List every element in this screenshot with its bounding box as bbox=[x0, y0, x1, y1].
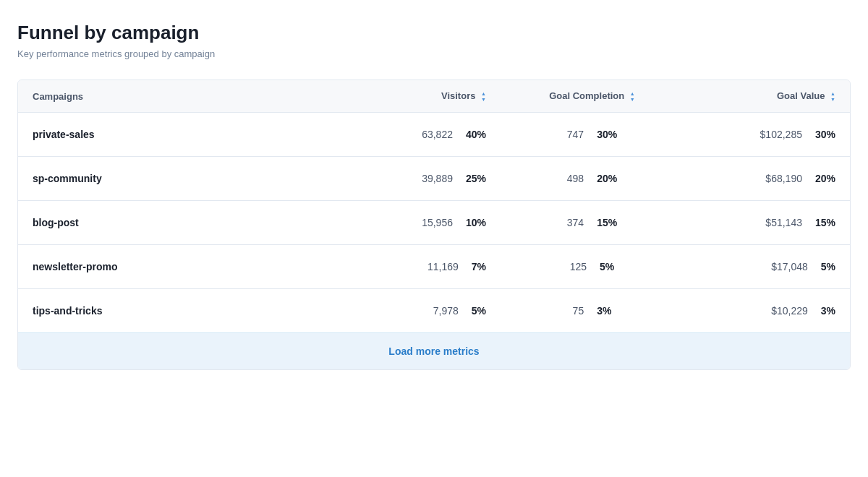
table-body: private-sales 63,822 40% 747 30% $102,28… bbox=[18, 113, 850, 333]
table-row: private-sales 63,822 40% 747 30% $102,28… bbox=[18, 113, 850, 157]
sort-icon-goal-value bbox=[830, 91, 835, 102]
table-header-row: Campaigns Visitors Goal Completion Goal … bbox=[18, 80, 850, 113]
goal-percent: 5% bbox=[600, 261, 614, 272]
col-header-goal-completion[interactable]: Goal Completion bbox=[501, 80, 684, 113]
goal-value-cell: $68,190 20% bbox=[684, 157, 850, 201]
visitors-cell: 15,956 10% bbox=[334, 201, 501, 245]
goal-count: 374 bbox=[567, 217, 584, 228]
funnel-table: Campaigns Visitors Goal Completion Goal … bbox=[18, 80, 850, 369]
visitors-count: 39,889 bbox=[422, 173, 453, 184]
funnel-table-container: Campaigns Visitors Goal Completion Goal … bbox=[17, 80, 851, 370]
campaign-name: blog-post bbox=[33, 217, 79, 228]
visitors-percent: 25% bbox=[466, 173, 486, 184]
table-row: newsletter-promo 11,169 7% 125 5% $17,04… bbox=[18, 245, 850, 289]
goal-value-amount: $51,143 bbox=[765, 217, 802, 228]
campaign-name: sp-community bbox=[33, 173, 102, 184]
goal-value-amount: $10,229 bbox=[771, 305, 808, 317]
col-header-visitors[interactable]: Visitors bbox=[334, 80, 501, 113]
goal-count: 747 bbox=[567, 129, 584, 140]
goal-value-amount: $17,048 bbox=[771, 261, 808, 272]
campaign-name: private-sales bbox=[33, 129, 95, 140]
campaign-name: newsletter-promo bbox=[33, 261, 117, 272]
visitors-percent: 10% bbox=[466, 217, 486, 228]
visitors-cell: 7,978 5% bbox=[334, 289, 501, 333]
table-row: tips-and-tricks 7,978 5% 75 3% $10,229 3… bbox=[18, 289, 850, 333]
goal-count: 125 bbox=[570, 261, 587, 272]
goal-value-cell: $102,285 30% bbox=[684, 113, 850, 157]
page-title: Funnel by campaign bbox=[17, 22, 851, 44]
campaign-name-cell: newsletter-promo bbox=[18, 245, 334, 289]
goal-count: 498 bbox=[567, 173, 584, 184]
goal-percent: 20% bbox=[597, 173, 617, 184]
col-header-campaigns: Campaigns bbox=[18, 80, 334, 113]
visitors-count: 63,822 bbox=[422, 129, 453, 140]
sort-icon-visitors bbox=[481, 91, 486, 102]
goal-completion-cell: 125 5% bbox=[501, 245, 684, 289]
goal-value-cell: $17,048 5% bbox=[684, 245, 850, 289]
goal-percent: 15% bbox=[597, 217, 617, 228]
table-row: sp-community 39,889 25% 498 20% $68,190 … bbox=[18, 157, 850, 201]
goal-value-cell: $51,143 15% bbox=[684, 201, 850, 245]
campaign-name-cell: blog-post bbox=[18, 201, 334, 245]
goal-percent: 3% bbox=[597, 305, 611, 317]
sort-icon-goal-completion bbox=[630, 91, 635, 102]
goal-count: 75 bbox=[573, 305, 584, 317]
load-more-button[interactable]: Load more metrics bbox=[388, 345, 479, 357]
goal-value-percent: 30% bbox=[815, 129, 835, 140]
table-row: blog-post 15,956 10% 374 15% $51,143 15% bbox=[18, 201, 850, 245]
goal-value-percent: 5% bbox=[821, 261, 835, 272]
visitors-cell: 63,822 40% bbox=[334, 113, 501, 157]
campaign-name-cell: sp-community bbox=[18, 157, 334, 201]
load-more-row: Load more metrics bbox=[18, 333, 850, 370]
campaign-name: tips-and-tricks bbox=[33, 305, 102, 317]
goal-value-percent: 20% bbox=[815, 173, 835, 184]
goal-value-percent: 15% bbox=[815, 217, 835, 228]
page-subtitle: Key performance metrics grouped by campa… bbox=[17, 48, 851, 59]
goal-value-cell: $10,229 3% bbox=[684, 289, 850, 333]
goal-value-amount: $68,190 bbox=[765, 173, 802, 184]
visitors-percent: 40% bbox=[466, 129, 486, 140]
visitors-count: 7,978 bbox=[433, 305, 459, 317]
goal-value-percent: 3% bbox=[821, 305, 835, 317]
goal-completion-cell: 374 15% bbox=[501, 201, 684, 245]
goal-value-amount: $102,285 bbox=[760, 129, 802, 140]
visitors-count: 15,956 bbox=[422, 217, 453, 228]
goal-completion-cell: 75 3% bbox=[501, 289, 684, 333]
campaign-name-cell: private-sales bbox=[18, 113, 334, 157]
visitors-percent: 7% bbox=[472, 261, 486, 272]
goal-percent: 30% bbox=[597, 129, 617, 140]
visitors-cell: 11,169 7% bbox=[334, 245, 501, 289]
goal-completion-cell: 747 30% bbox=[501, 113, 684, 157]
visitors-cell: 39,889 25% bbox=[334, 157, 501, 201]
col-header-goal-value[interactable]: Goal Value bbox=[684, 80, 850, 113]
visitors-count: 11,169 bbox=[427, 261, 459, 272]
goal-completion-cell: 498 20% bbox=[501, 157, 684, 201]
visitors-percent: 5% bbox=[472, 305, 486, 317]
campaign-name-cell: tips-and-tricks bbox=[18, 289, 334, 333]
